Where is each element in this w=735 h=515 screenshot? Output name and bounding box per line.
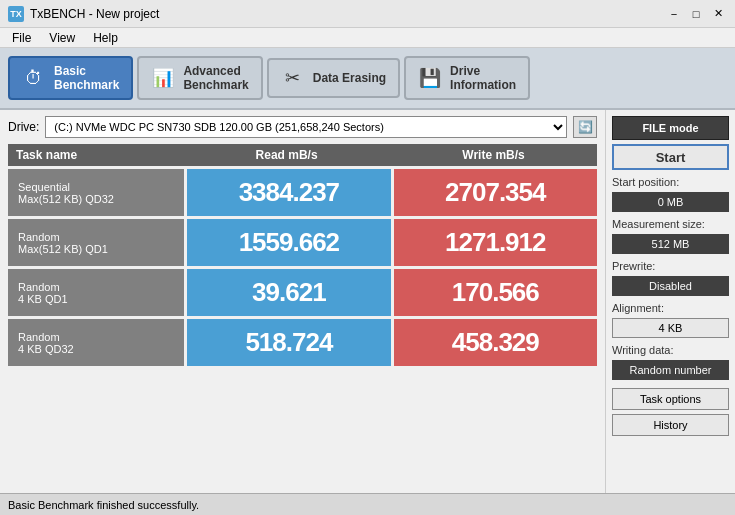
title-bar-title: TxBENCH - New project (30, 7, 159, 21)
toolbar-drive-information[interactable]: 💾 DriveInformation (404, 56, 530, 101)
start-button[interactable]: Start (612, 144, 729, 170)
toolbar: ⏱ BasicBenchmark 📊 AdvancedBenchmark ✂ D… (0, 48, 735, 110)
minimize-button[interactable]: − (665, 6, 683, 22)
drive-refresh-button[interactable]: 🔄 (573, 116, 597, 138)
task-options-button[interactable]: Task options (612, 388, 729, 410)
header-write: Write mB/s (390, 144, 597, 166)
table-row: Sequential Max(512 KB) QD32 3384.237 270… (8, 169, 597, 216)
prewrite-label: Prewrite: (612, 260, 729, 272)
row-read-2: 1559.662 (187, 219, 390, 266)
status-text: Basic Benchmark finished successfully. (8, 499, 199, 511)
row-label-3: Random 4 KB QD1 (8, 269, 184, 316)
advanced-benchmark-icon: 📊 (151, 66, 175, 90)
row-write-4: 458.329 (394, 319, 597, 366)
title-bar-controls: − □ ✕ (665, 6, 727, 22)
menu-bar: File View Help (0, 28, 735, 48)
row-read-4: 518.724 (187, 319, 390, 366)
header-read: Read mB/s (183, 144, 390, 166)
drive-label: Drive: (8, 120, 39, 134)
drive-select[interactable]: (C:) NVMe WDC PC SN730 SDB 120.00 GB (25… (45, 116, 567, 138)
menu-help[interactable]: Help (85, 28, 126, 47)
row-write-2: 1271.912 (394, 219, 597, 266)
results-table: Task name Read mB/s Write mB/s Sequentia… (8, 144, 597, 487)
drive-information-icon: 💾 (418, 66, 442, 90)
row-write-3: 170.566 (394, 269, 597, 316)
basic-benchmark-icon: ⏱ (22, 66, 46, 90)
start-position-value: 0 MB (612, 192, 729, 212)
title-bar-left: TX TxBENCH - New project (8, 6, 159, 22)
toolbar-advanced-benchmark[interactable]: 📊 AdvancedBenchmark (137, 56, 262, 101)
alignment-value: 4 KB (612, 318, 729, 338)
row-label-1: Sequential Max(512 KB) QD32 (8, 169, 184, 216)
start-position-label: Start position: (612, 176, 729, 188)
row-label-2: Random Max(512 KB) QD1 (8, 219, 184, 266)
table-row: Random 4 KB QD32 518.724 458.329 (8, 319, 597, 366)
left-panel: Drive: (C:) NVMe WDC PC SN730 SDB 120.00… (0, 110, 605, 493)
toolbar-data-erasing[interactable]: ✂ Data Erasing (267, 58, 400, 98)
row-read-3: 39.621 (187, 269, 390, 316)
history-button[interactable]: History (612, 414, 729, 436)
basic-benchmark-label: BasicBenchmark (54, 64, 119, 93)
writing-data-value: Random number (612, 360, 729, 380)
title-bar: TX TxBENCH - New project − □ ✕ (0, 0, 735, 28)
drive-information-label: DriveInformation (450, 64, 516, 93)
measurement-size-label: Measurement size: (612, 218, 729, 230)
writing-data-label: Writing data: (612, 344, 729, 356)
prewrite-value: Disabled (612, 276, 729, 296)
table-row: Random 4 KB QD1 39.621 170.566 (8, 269, 597, 316)
row-label-4: Random 4 KB QD32 (8, 319, 184, 366)
menu-file[interactable]: File (4, 28, 39, 47)
status-bar: Basic Benchmark finished successfully. (0, 493, 735, 515)
right-panel: FILE mode Start Start position: 0 MB Mea… (605, 110, 735, 493)
measurement-size-value: 512 MB (612, 234, 729, 254)
data-erasing-label: Data Erasing (313, 71, 386, 85)
alignment-label: Alignment: (612, 302, 729, 314)
row-read-1: 3384.237 (187, 169, 390, 216)
drive-row: Drive: (C:) NVMe WDC PC SN730 SDB 120.00… (8, 116, 597, 138)
table-header: Task name Read mB/s Write mB/s (8, 144, 597, 166)
main-area: Drive: (C:) NVMe WDC PC SN730 SDB 120.00… (0, 110, 735, 493)
file-mode-button[interactable]: FILE mode (612, 116, 729, 140)
menu-view[interactable]: View (41, 28, 83, 47)
advanced-benchmark-label: AdvancedBenchmark (183, 64, 248, 93)
header-task-name: Task name (8, 144, 183, 166)
app-icon: TX (8, 6, 24, 22)
data-erasing-icon: ✂ (281, 66, 305, 90)
maximize-button[interactable]: □ (687, 6, 705, 22)
table-row: Random Max(512 KB) QD1 1559.662 1271.912 (8, 219, 597, 266)
toolbar-basic-benchmark[interactable]: ⏱ BasicBenchmark (8, 56, 133, 101)
row-write-1: 2707.354 (394, 169, 597, 216)
close-button[interactable]: ✕ (709, 6, 727, 22)
